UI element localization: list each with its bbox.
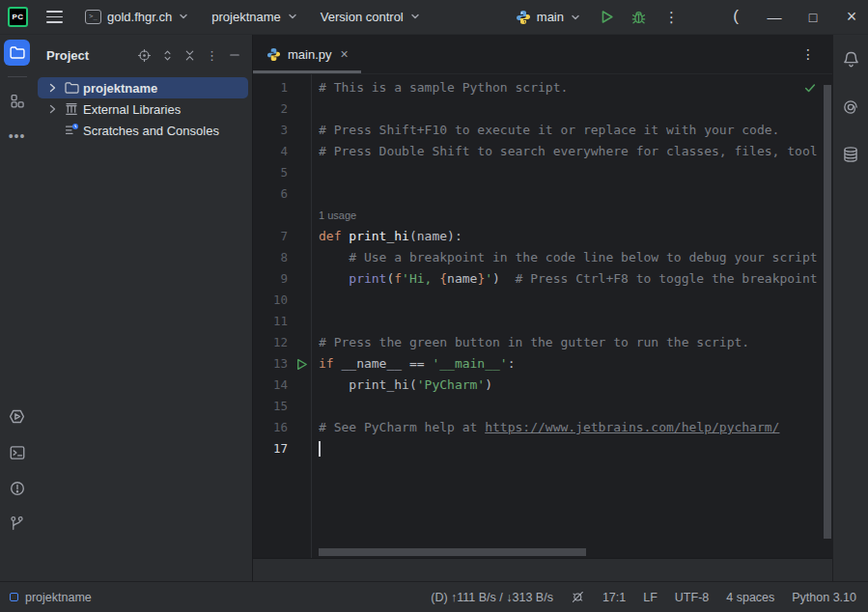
interpreter-widget[interactable]: Python 3.10 — [792, 589, 856, 606]
ai-assistant-button[interactable] — [838, 94, 864, 120]
hyperlink[interactable]: https://www.jetbrains.com/help/pycharm/ — [485, 420, 779, 434]
chevron-right-icon[interactable] — [45, 103, 59, 115]
collapse-all-button[interactable] — [181, 46, 199, 65]
code-row[interactable]: 15 — [253, 396, 823, 417]
code-row[interactable]: 11 — [253, 311, 823, 332]
code-token: ' — [485, 271, 492, 286]
usage-inlay-row[interactable]: 1 usage — [253, 205, 823, 226]
code-row[interactable]: 4# Press Double Shift to search everywhe… — [253, 141, 823, 162]
code-row[interactable]: 5 — [253, 162, 823, 183]
indent-widget[interactable]: 4 spaces — [726, 589, 774, 606]
project-widget[interactable]: projektname — [208, 6, 302, 28]
minimize-button[interactable]: — — [758, 0, 791, 34]
run-hexagon-icon — [8, 407, 26, 426]
network-stats-widget[interactable]: (D) ↑111 B/s / ↓313 B/s — [431, 589, 553, 606]
tree-item-scratches[interactable]: Scratches and Consoles — [38, 120, 248, 141]
project-tool-window-button[interactable] — [4, 40, 30, 66]
line-number[interactable]: 6 — [253, 183, 288, 205]
more-actions-button[interactable]: ⋮ — [660, 5, 683, 30]
code-line-text: # Use a breakpoint in the code line belo… — [319, 247, 823, 268]
tab-main-py[interactable]: main.py × — [253, 35, 361, 73]
hide-panel-button[interactable] — [225, 45, 244, 65]
run-tool-window-button[interactable] — [4, 403, 30, 430]
chevron-right-icon[interactable] — [45, 82, 59, 94]
highlighting-level-button[interactable] — [571, 588, 585, 606]
run-button[interactable] — [595, 5, 619, 29]
tab-close-icon[interactable]: × — [341, 47, 349, 61]
usage-hint[interactable]: 1 usage — [319, 205, 823, 226]
horizontal-scrollbar-thumb[interactable] — [319, 548, 586, 556]
code-token: print_hi( — [319, 377, 417, 392]
code-row[interactable]: 12# Press the green button in the gutter… — [253, 332, 823, 353]
inspections-ok-icon[interactable] — [803, 81, 817, 95]
version-control-tool-window-button[interactable] — [4, 511, 30, 537]
structure-tool-window-button[interactable] — [4, 88, 30, 114]
line-number[interactable]: 14 — [253, 375, 288, 396]
line-number[interactable]: 16 — [253, 417, 288, 438]
code-row[interactable]: 10 — [253, 290, 823, 311]
indent-label: 4 spaces — [726, 591, 774, 604]
vcs-widget[interactable]: Version control — [317, 6, 425, 28]
code-row[interactable]: 16# See PyCharm help at https://www.jetb… — [253, 417, 823, 438]
debug-button[interactable] — [627, 5, 651, 29]
status-project-widget[interactable]: projektname — [10, 589, 92, 606]
line-number[interactable]: 5 — [253, 162, 288, 183]
run-line-icon[interactable] — [294, 357, 309, 372]
folder-icon — [63, 80, 79, 96]
code-row[interactable]: 13if __name__ == '__main__': — [253, 353, 823, 375]
code-row[interactable]: 1# This is a sample Python script. — [253, 77, 823, 98]
tree-item-projektname[interactable]: projektname — [38, 77, 248, 98]
more-tool-windows-button[interactable]: ••• — [4, 123, 30, 149]
line-separator-widget[interactable]: LF — [643, 589, 658, 606]
line-number[interactable]: 17 — [253, 438, 288, 459]
line-number[interactable]: 3 — [253, 120, 288, 141]
line-number[interactable]: 13 — [253, 353, 288, 375]
run-gutter-icon[interactable] — [288, 353, 319, 375]
caret-position-label: 17:1 — [602, 591, 626, 604]
code-row[interactable]: 7def print_hi(name): — [253, 226, 823, 247]
remote-host-selector[interactable]: >_ gold.fhgr.ch — [81, 6, 193, 28]
vertical-scrollbar[interactable] — [823, 74, 832, 558]
panel-options-button[interactable]: ⋮ — [203, 45, 221, 66]
line-number[interactable]: 2 — [253, 98, 288, 120]
code-row[interactable]: 9 print(f'Hi, {name}') # Press Ctrl+F8 t… — [253, 268, 823, 290]
code-row[interactable]: 8 # Use a breakpoint in the code line be… — [253, 247, 823, 268]
line-number[interactable]: 7 — [253, 226, 288, 247]
code-row[interactable]: 2 — [253, 98, 823, 120]
code-row[interactable]: 6 — [253, 183, 823, 205]
database-button[interactable] — [838, 141, 864, 167]
line-number[interactable]: 10 — [253, 290, 288, 311]
code-row[interactable]: 14 print_hi('PyCharm') — [253, 375, 823, 396]
line-number[interactable]: 11 — [253, 311, 288, 332]
close-button[interactable]: × — [835, 0, 868, 34]
code-row[interactable]: 17 — [253, 438, 823, 459]
code-token: __name__ == — [341, 356, 432, 371]
tree-item-external-libraries[interactable]: External Libraries — [38, 98, 248, 120]
editor-options-button[interactable]: ⋮ — [794, 43, 823, 65]
line-number[interactable]: 8 — [253, 247, 288, 268]
terminal-icon — [9, 444, 26, 461]
code-token: { — [439, 271, 447, 286]
main-menu-button[interactable] — [42, 5, 67, 28]
maximize-button[interactable]: □ — [797, 0, 829, 34]
problems-tool-window-button[interactable] — [4, 475, 30, 501]
line-number[interactable]: 15 — [253, 396, 288, 417]
line-number[interactable]: 9 — [253, 268, 288, 290]
gutter — [288, 332, 319, 353]
caret-position-widget[interactable]: 17:1 — [602, 589, 626, 606]
line-number[interactable]: 1 — [253, 77, 288, 98]
git-branch-icon — [9, 515, 25, 532]
code-editor[interactable]: 1# This is a sample Python script.23# Pr… — [253, 74, 832, 558]
moon-button[interactable]: ( — [719, 0, 752, 33]
line-number[interactable]: 12 — [253, 332, 288, 353]
code-row[interactable]: 3# Press Shift+F10 to execute it or repl… — [253, 120, 823, 141]
line-number[interactable]: 4 — [253, 141, 288, 162]
expand-all-button[interactable] — [158, 46, 177, 65]
notifications-button[interactable] — [838, 46, 864, 72]
file-encoding-widget[interactable]: UTF-8 — [675, 589, 709, 606]
vertical-scrollbar-thumb[interactable] — [824, 85, 831, 539]
gutter — [288, 77, 319, 98]
run-config-selector[interactable]: main — [512, 6, 585, 29]
terminal-tool-window-button[interactable] — [4, 439, 30, 465]
locate-file-button[interactable] — [134, 45, 154, 66]
